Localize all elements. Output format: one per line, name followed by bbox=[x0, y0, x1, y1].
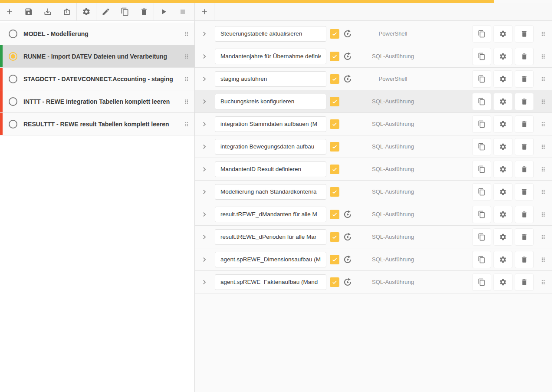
copy-task-button[interactable] bbox=[472, 228, 491, 246]
enabled-checkbox[interactable] bbox=[330, 97, 339, 106]
delete-task-button[interactable] bbox=[515, 25, 534, 43]
task-settings-button[interactable] bbox=[493, 25, 513, 43]
enabled-checkbox[interactable] bbox=[330, 187, 339, 197]
add-job-button[interactable] bbox=[0, 3, 19, 20]
delete-task-button[interactable] bbox=[515, 115, 534, 133]
task-settings-button[interactable] bbox=[493, 183, 513, 201]
add-task-button[interactable] bbox=[195, 3, 214, 20]
drag-handle-icon[interactable] bbox=[540, 120, 547, 128]
save-button[interactable] bbox=[19, 3, 38, 20]
enabled-checkbox[interactable] bbox=[330, 74, 339, 84]
task-name-input[interactable] bbox=[215, 184, 326, 200]
expand-chevron-icon[interactable] bbox=[200, 75, 209, 83]
delete-task-button[interactable] bbox=[515, 273, 534, 291]
copy-task-button[interactable] bbox=[472, 251, 491, 268]
repeat-run-icon[interactable] bbox=[342, 51, 353, 62]
task-settings-button[interactable] bbox=[493, 48, 513, 65]
job-radio[interactable] bbox=[9, 75, 17, 83]
task-name-input[interactable] bbox=[215, 139, 326, 155]
job-radio[interactable] bbox=[9, 97, 17, 106]
task-settings-button[interactable] bbox=[493, 70, 513, 88]
enabled-checkbox[interactable] bbox=[330, 119, 339, 129]
enabled-checkbox[interactable] bbox=[330, 29, 339, 39]
delete-task-button[interactable] bbox=[515, 93, 534, 110]
copy-task-button[interactable] bbox=[472, 70, 491, 88]
task-name-input[interactable] bbox=[215, 229, 326, 245]
task-settings-button[interactable] bbox=[493, 206, 513, 223]
expand-chevron-icon[interactable] bbox=[200, 165, 209, 174]
enabled-checkbox[interactable] bbox=[330, 165, 339, 174]
copy-task-button[interactable] bbox=[472, 93, 491, 110]
copy-task-button[interactable] bbox=[472, 25, 491, 43]
edit-job-button[interactable] bbox=[96, 3, 115, 20]
drag-handle-icon[interactable] bbox=[183, 75, 190, 83]
job-radio[interactable] bbox=[9, 120, 17, 128]
repeat-run-icon[interactable] bbox=[342, 254, 353, 265]
repeat-run-icon[interactable] bbox=[342, 232, 353, 242]
expand-chevron-icon[interactable] bbox=[200, 52, 209, 61]
repeat-run-icon[interactable] bbox=[342, 209, 353, 220]
duplicate-job-button[interactable] bbox=[115, 3, 135, 20]
delete-task-button[interactable] bbox=[515, 161, 534, 178]
expand-chevron-icon[interactable] bbox=[200, 120, 209, 128]
drag-handle-icon[interactable] bbox=[540, 143, 547, 151]
delete-task-button[interactable] bbox=[515, 138, 534, 155]
expand-chevron-icon[interactable] bbox=[200, 188, 209, 196]
job-radio[interactable] bbox=[9, 52, 17, 61]
drag-handle-icon[interactable] bbox=[540, 188, 547, 196]
enabled-checkbox[interactable] bbox=[330, 232, 339, 242]
drag-handle-icon[interactable] bbox=[540, 165, 547, 173]
delete-task-button[interactable] bbox=[515, 70, 534, 88]
drag-handle-icon[interactable] bbox=[540, 256, 547, 264]
download-button[interactable] bbox=[38, 3, 57, 20]
drag-handle-icon[interactable] bbox=[183, 98, 190, 105]
task-settings-button[interactable] bbox=[493, 273, 513, 291]
repeat-run-icon[interactable] bbox=[342, 29, 353, 39]
delete-task-button[interactable] bbox=[515, 251, 534, 268]
expand-chevron-icon[interactable] bbox=[200, 278, 209, 287]
run-button[interactable] bbox=[154, 3, 173, 20]
expand-chevron-icon[interactable] bbox=[200, 233, 209, 241]
expand-chevron-icon[interactable] bbox=[200, 30, 209, 38]
delete-task-button[interactable] bbox=[515, 183, 534, 201]
task-name-input[interactable] bbox=[215, 26, 326, 42]
copy-task-button[interactable] bbox=[472, 206, 491, 223]
job-settings-button[interactable] bbox=[77, 3, 96, 20]
drag-handle-icon[interactable] bbox=[540, 233, 547, 241]
drag-handle-icon[interactable] bbox=[540, 30, 547, 38]
job-radio[interactable] bbox=[9, 30, 17, 38]
task-settings-button[interactable] bbox=[493, 115, 513, 133]
task-settings-button[interactable] bbox=[493, 228, 513, 246]
job-row[interactable]: RESULTTT - REWE result Tabellen komplett… bbox=[0, 113, 194, 135]
delete-task-button[interactable] bbox=[515, 48, 534, 65]
task-name-input[interactable] bbox=[215, 252, 326, 267]
delete-task-button[interactable] bbox=[515, 228, 534, 246]
drag-handle-icon[interactable] bbox=[540, 278, 547, 286]
copy-task-button[interactable] bbox=[472, 48, 491, 65]
job-row[interactable]: MODEL - Modellierung bbox=[0, 23, 194, 45]
task-settings-button[interactable] bbox=[493, 93, 513, 110]
expand-chevron-icon[interactable] bbox=[200, 97, 209, 106]
drag-handle-icon[interactable] bbox=[540, 98, 547, 105]
job-row[interactable]: STAGDCTT - DATEVCONNECT.Accounting - sta… bbox=[0, 68, 194, 90]
stop-button[interactable] bbox=[173, 3, 192, 20]
copy-task-button[interactable] bbox=[472, 161, 491, 178]
repeat-run-icon[interactable] bbox=[342, 277, 353, 287]
task-name-input[interactable] bbox=[215, 274, 326, 290]
task-settings-button[interactable] bbox=[493, 138, 513, 155]
upload-button[interactable] bbox=[57, 3, 76, 20]
expand-chevron-icon[interactable] bbox=[200, 255, 209, 264]
expand-chevron-icon[interactable] bbox=[200, 210, 209, 219]
job-row[interactable]: RUNME - Import DATEV Dateien und Verarbe… bbox=[0, 45, 194, 68]
task-name-input[interactable] bbox=[215, 94, 326, 109]
job-row[interactable]: INTTT - REWE integration Tabellen komple… bbox=[0, 90, 194, 113]
expand-chevron-icon[interactable] bbox=[200, 142, 209, 151]
delete-task-button[interactable] bbox=[515, 206, 534, 223]
copy-task-button[interactable] bbox=[472, 183, 491, 201]
copy-task-button[interactable] bbox=[472, 138, 491, 155]
copy-task-button[interactable] bbox=[472, 273, 491, 291]
drag-handle-icon[interactable] bbox=[540, 75, 547, 83]
task-name-input[interactable] bbox=[215, 207, 326, 222]
drag-handle-icon[interactable] bbox=[540, 211, 547, 218]
enabled-checkbox[interactable] bbox=[330, 210, 339, 219]
